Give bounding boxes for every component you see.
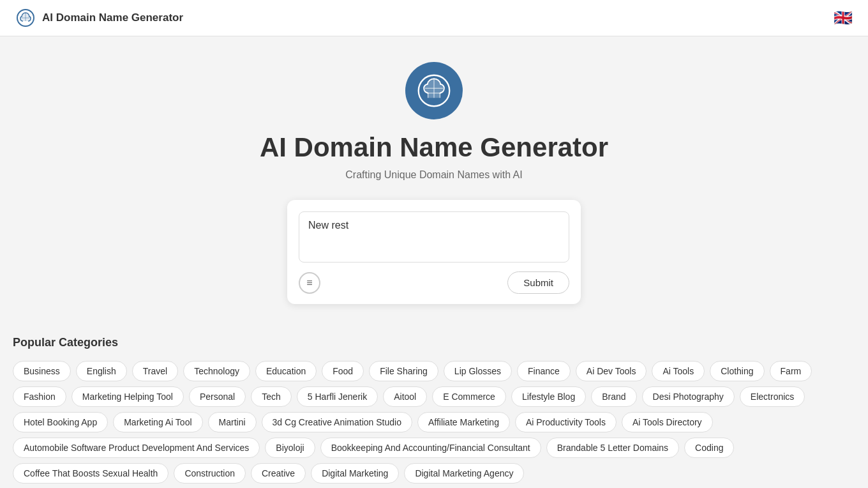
category-tag[interactable]: Coffee That Boosts Sexual Health [13,463,168,484]
header-left: AI Domain Name Generator [15,8,183,28]
categories-title: Popular Categories [13,336,830,349]
app-header: AI Domain Name Generator 🇬🇧 [0,0,868,36]
category-tag[interactable]: Bookkeeping And Accounting/Financial Con… [320,438,541,458]
category-tag[interactable]: Coding [684,438,734,458]
category-tag[interactable]: Marketing Ai Tool [113,412,202,432]
settings-icon-button[interactable]: ≡ [299,272,320,294]
category-tag[interactable]: Digital Marketing Agency [404,463,524,484]
category-tag[interactable]: Martini [208,412,257,432]
page-title: AI Domain Name Generator [260,132,608,163]
category-tag[interactable]: Automobile Software Product Development … [13,438,260,458]
search-input[interactable] [299,211,569,263]
category-tag[interactable]: Brandable 5 Letter Domains [546,438,679,458]
category-tag[interactable]: Lip Glosses [444,361,512,381]
category-tag[interactable]: Biyoloji [265,438,315,458]
category-tag[interactable]: Travel [132,361,178,381]
category-tag[interactable]: Affiliate Marketing [417,412,510,432]
category-tag[interactable]: Lifestyle Blog [511,386,586,407]
category-tag[interactable]: 5 Harfli Jenerik [297,386,378,407]
category-tag[interactable]: Education [255,361,317,381]
category-tag[interactable]: Hotel Booking App [13,412,108,432]
search-footer: ≡ Submit [299,271,569,294]
category-tag[interactable]: Digital Marketing [311,463,399,484]
category-tag[interactable]: Aitool [383,386,427,407]
category-tag[interactable]: Clothing [710,361,764,381]
category-tag[interactable]: File Sharing [369,361,438,381]
category-tag[interactable]: Electronics [740,386,805,407]
category-tag[interactable]: Farm [770,361,812,381]
category-tag[interactable]: Fashion [13,386,66,407]
category-tag[interactable]: Construction [174,463,246,484]
category-tag[interactable]: Personal [189,386,246,407]
category-tag[interactable]: Ai Productivity Tools [515,412,617,432]
header-brain-icon [15,8,36,28]
language-flag-icon[interactable]: 🇬🇧 [834,9,853,27]
category-tag[interactable]: Business [13,361,71,381]
tags-container: BusinessEnglishTravelTechnologyEducation… [13,361,830,484]
category-tag[interactable]: Ai Tools Directory [622,412,713,432]
category-tag[interactable]: Desi Photography [642,386,735,407]
category-tag[interactable]: Food [322,361,364,381]
category-tag[interactable]: Technology [183,361,250,381]
main-content: AI Domain Name Generator Crafting Unique… [0,36,868,317]
category-tag[interactable]: Ai Tools [652,361,705,381]
brand-logo [405,62,463,119]
header-title: AI Domain Name Generator [42,11,183,24]
category-tag[interactable]: Ai Dev Tools [576,361,647,381]
category-tag[interactable]: 3d Cg Creative Animation Studio [262,412,412,432]
category-tag[interactable]: Creative [251,463,306,484]
category-tag[interactable]: E Commerce [432,386,506,407]
category-tag[interactable]: Marketing Helping Tool [71,386,184,407]
category-tag[interactable]: Finance [517,361,571,381]
brain-icon [416,73,452,109]
search-container: ≡ Submit [287,200,581,304]
category-tag[interactable]: English [76,361,127,381]
equals-icon: ≡ [306,277,312,289]
page-subtitle: Crafting Unique Domain Names with AI [345,169,522,181]
category-tag[interactable]: Tech [251,386,292,407]
categories-section: Popular Categories BusinessEnglishTravel… [0,317,842,488]
category-tag[interactable]: Brand [591,386,636,407]
submit-button[interactable]: Submit [507,271,569,294]
